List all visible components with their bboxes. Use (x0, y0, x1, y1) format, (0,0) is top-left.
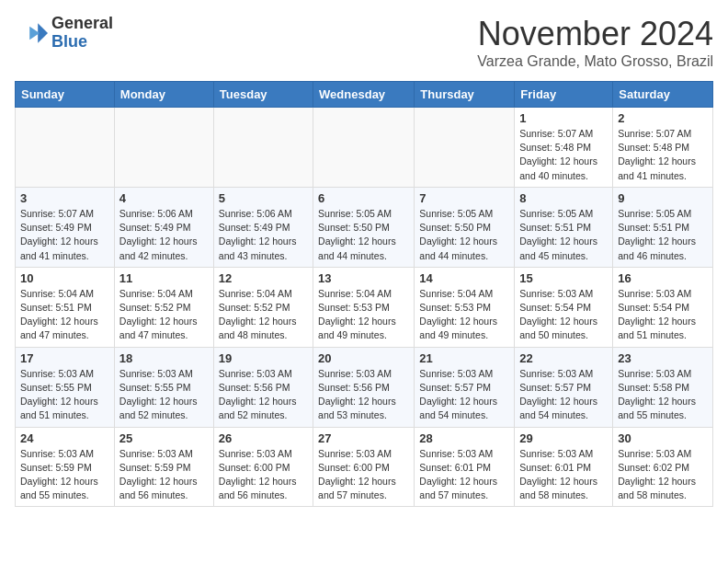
title-block: November 2024 Varzea Grande, Mato Grosso… (477, 15, 713, 70)
day-number: 10 (20, 271, 109, 285)
day-number: 8 (519, 191, 608, 205)
day-number: 26 (219, 431, 308, 445)
calendar-cell: 4Sunrise: 5:06 AM Sunset: 5:49 PM Daylig… (114, 187, 213, 267)
calendar-cell (213, 108, 313, 188)
day-number: 4 (119, 191, 209, 205)
day-info: Sunrise: 5:04 AM Sunset: 5:53 PM Dayligh… (318, 287, 409, 343)
day-info: Sunrise: 5:03 AM Sunset: 6:00 PM Dayligh… (219, 447, 308, 503)
day-info: Sunrise: 5:03 AM Sunset: 5:54 PM Dayligh… (618, 287, 708, 343)
day-number: 22 (519, 351, 608, 365)
day-number: 3 (20, 191, 109, 205)
calendar-week-row: 17Sunrise: 5:03 AM Sunset: 5:55 PM Dayli… (16, 347, 713, 427)
day-number: 25 (119, 431, 209, 445)
day-number: 15 (519, 271, 608, 285)
day-number: 20 (318, 351, 409, 365)
day-number: 29 (519, 431, 608, 445)
day-info: Sunrise: 5:05 AM Sunset: 5:50 PM Dayligh… (318, 207, 409, 263)
calendar-cell: 22Sunrise: 5:03 AM Sunset: 5:57 PM Dayli… (515, 347, 613, 427)
location-title: Varzea Grande, Mato Grosso, Brazil (477, 53, 713, 70)
day-number: 12 (219, 271, 308, 285)
day-info: Sunrise: 5:05 AM Sunset: 5:50 PM Dayligh… (419, 207, 509, 263)
day-number: 27 (318, 431, 409, 445)
day-number: 14 (419, 271, 509, 285)
calendar-cell (313, 108, 415, 188)
calendar-cell: 17Sunrise: 5:03 AM Sunset: 5:55 PM Dayli… (16, 347, 115, 427)
calendar-cell: 20Sunrise: 5:03 AM Sunset: 5:56 PM Dayli… (313, 347, 415, 427)
calendar-table: SundayMondayTuesdayWednesdayThursdayFrid… (15, 81, 713, 507)
day-info: Sunrise: 5:03 AM Sunset: 5:57 PM Dayligh… (519, 367, 608, 423)
day-info: Sunrise: 5:07 AM Sunset: 5:48 PM Dayligh… (519, 127, 608, 183)
day-number: 24 (20, 431, 109, 445)
calendar-cell: 12Sunrise: 5:04 AM Sunset: 5:52 PM Dayli… (213, 267, 313, 347)
calendar-cell: 26Sunrise: 5:03 AM Sunset: 6:00 PM Dayli… (213, 427, 313, 507)
calendar-cell: 6Sunrise: 5:05 AM Sunset: 5:50 PM Daylig… (313, 187, 415, 267)
day-info: Sunrise: 5:03 AM Sunset: 5:59 PM Dayligh… (20, 447, 109, 503)
calendar-cell: 21Sunrise: 5:03 AM Sunset: 5:57 PM Dayli… (415, 347, 515, 427)
calendar-cell: 9Sunrise: 5:05 AM Sunset: 5:51 PM Daylig… (613, 187, 713, 267)
day-number: 30 (618, 431, 708, 445)
day-number: 7 (419, 191, 509, 205)
logo-text: General Blue (51, 15, 113, 52)
calendar-cell: 24Sunrise: 5:03 AM Sunset: 5:59 PM Dayli… (16, 427, 115, 507)
day-number: 1 (519, 111, 608, 125)
calendar-cell: 29Sunrise: 5:03 AM Sunset: 6:01 PM Dayli… (515, 427, 613, 507)
calendar-cell: 5Sunrise: 5:06 AM Sunset: 5:49 PM Daylig… (213, 187, 313, 267)
calendar-week-row: 1Sunrise: 5:07 AM Sunset: 5:48 PM Daylig… (16, 108, 713, 188)
calendar-cell: 2Sunrise: 5:07 AM Sunset: 5:48 PM Daylig… (613, 108, 713, 188)
day-info: Sunrise: 5:03 AM Sunset: 6:02 PM Dayligh… (618, 447, 708, 503)
weekday-header: Wednesday (313, 82, 415, 108)
calendar-cell (16, 108, 115, 188)
calendar-cell: 25Sunrise: 5:03 AM Sunset: 5:59 PM Dayli… (114, 427, 213, 507)
calendar-cell: 23Sunrise: 5:03 AM Sunset: 5:58 PM Dayli… (613, 347, 713, 427)
calendar-cell: 18Sunrise: 5:03 AM Sunset: 5:55 PM Dayli… (114, 347, 213, 427)
calendar-cell: 14Sunrise: 5:04 AM Sunset: 5:53 PM Dayli… (415, 267, 515, 347)
day-info: Sunrise: 5:07 AM Sunset: 5:48 PM Dayligh… (618, 127, 708, 183)
day-number: 6 (318, 191, 409, 205)
calendar-cell (415, 108, 515, 188)
day-number: 13 (318, 271, 409, 285)
day-number: 18 (119, 351, 209, 365)
weekday-header-row: SundayMondayTuesdayWednesdayThursdayFrid… (16, 82, 713, 108)
calendar-cell: 15Sunrise: 5:03 AM Sunset: 5:54 PM Dayli… (515, 267, 613, 347)
calendar-week-row: 24Sunrise: 5:03 AM Sunset: 5:59 PM Dayli… (16, 427, 713, 507)
calendar-cell (114, 108, 213, 188)
day-info: Sunrise: 5:06 AM Sunset: 5:49 PM Dayligh… (219, 207, 308, 263)
weekday-header: Sunday (16, 82, 115, 108)
calendar-cell: 7Sunrise: 5:05 AM Sunset: 5:50 PM Daylig… (415, 187, 515, 267)
calendar-cell: 19Sunrise: 5:03 AM Sunset: 5:56 PM Dayli… (213, 347, 313, 427)
calendar-cell: 11Sunrise: 5:04 AM Sunset: 5:52 PM Dayli… (114, 267, 213, 347)
day-number: 17 (20, 351, 109, 365)
calendar-cell: 13Sunrise: 5:04 AM Sunset: 5:53 PM Dayli… (313, 267, 415, 347)
day-number: 9 (618, 191, 708, 205)
page-header: General Blue November 2024 Varzea Grande… (15, 15, 713, 70)
weekday-header: Monday (114, 82, 213, 108)
calendar-cell: 28Sunrise: 5:03 AM Sunset: 6:01 PM Dayli… (415, 427, 515, 507)
calendar-cell: 27Sunrise: 5:03 AM Sunset: 6:00 PM Dayli… (313, 427, 415, 507)
day-info: Sunrise: 5:03 AM Sunset: 5:54 PM Dayligh… (519, 287, 608, 343)
day-info: Sunrise: 5:03 AM Sunset: 5:55 PM Dayligh… (119, 367, 209, 423)
weekday-header: Saturday (613, 82, 713, 108)
calendar-week-row: 10Sunrise: 5:04 AM Sunset: 5:51 PM Dayli… (16, 267, 713, 347)
weekday-header: Thursday (415, 82, 515, 108)
day-info: Sunrise: 5:07 AM Sunset: 5:49 PM Dayligh… (20, 207, 109, 263)
day-info: Sunrise: 5:04 AM Sunset: 5:52 PM Dayligh… (219, 287, 308, 343)
day-info: Sunrise: 5:05 AM Sunset: 5:51 PM Dayligh… (519, 207, 608, 263)
calendar-cell: 3Sunrise: 5:07 AM Sunset: 5:49 PM Daylig… (16, 187, 115, 267)
calendar-cell: 10Sunrise: 5:04 AM Sunset: 5:51 PM Dayli… (16, 267, 115, 347)
calendar-cell: 8Sunrise: 5:05 AM Sunset: 5:51 PM Daylig… (515, 187, 613, 267)
day-number: 28 (419, 431, 509, 445)
logo: General Blue (15, 15, 113, 52)
calendar-cell: 16Sunrise: 5:03 AM Sunset: 5:54 PM Dayli… (613, 267, 713, 347)
day-number: 19 (219, 351, 308, 365)
day-number: 5 (219, 191, 308, 205)
day-number: 21 (419, 351, 509, 365)
day-info: Sunrise: 5:04 AM Sunset: 5:52 PM Dayligh… (119, 287, 209, 343)
day-info: Sunrise: 5:03 AM Sunset: 6:00 PM Dayligh… (318, 447, 409, 503)
day-info: Sunrise: 5:06 AM Sunset: 5:49 PM Dayligh… (119, 207, 209, 263)
calendar-week-row: 3Sunrise: 5:07 AM Sunset: 5:49 PM Daylig… (16, 187, 713, 267)
day-info: Sunrise: 5:05 AM Sunset: 5:51 PM Dayligh… (618, 207, 708, 263)
calendar-cell: 1Sunrise: 5:07 AM Sunset: 5:48 PM Daylig… (515, 108, 613, 188)
day-info: Sunrise: 5:03 AM Sunset: 5:58 PM Dayligh… (618, 367, 708, 423)
day-info: Sunrise: 5:03 AM Sunset: 5:59 PM Dayligh… (119, 447, 209, 503)
day-info: Sunrise: 5:03 AM Sunset: 6:01 PM Dayligh… (519, 447, 608, 503)
